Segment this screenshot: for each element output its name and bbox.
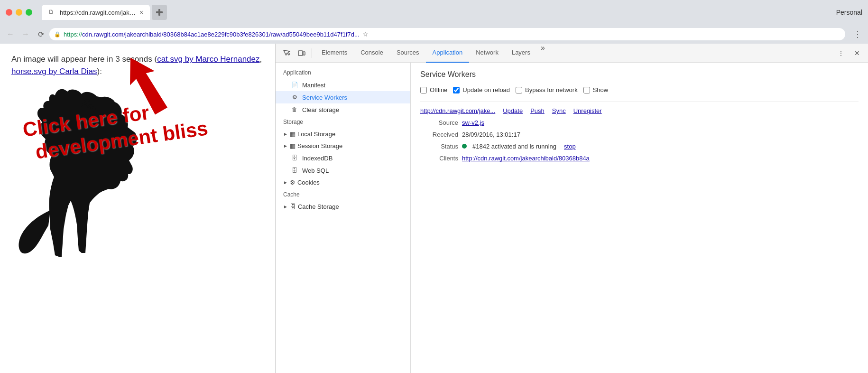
tab-elements[interactable]: Elements xyxy=(315,44,354,63)
address-url: https://cdn.rawgit.com/jakearchibald/803… xyxy=(64,31,360,38)
sidebar-item-session-storage[interactable]: ► ▦ Session Storage xyxy=(276,140,410,152)
tab-title: https://cdn.rawgit.com/jakearcl xyxy=(60,9,136,16)
received-label: Received xyxy=(420,131,458,138)
bookmark-button[interactable]: ☆ xyxy=(362,30,369,38)
more-tabs-button[interactable]: » xyxy=(537,44,549,63)
tab-favicon: 🗋 xyxy=(48,9,56,16)
tab-sources[interactable]: Sources xyxy=(390,44,426,63)
back-button[interactable]: ← xyxy=(4,28,17,41)
toolbar-divider xyxy=(312,48,312,58)
devtools-sidebar: Application 📄 Manifest ⚙ Service Workers… xyxy=(276,63,411,373)
source-label: Source xyxy=(420,119,458,126)
tab-close-button[interactable]: × xyxy=(139,9,143,16)
indexeddb-icon: 🗄 xyxy=(291,154,298,162)
bypass-network-checkbox-label[interactable]: Bypass for network xyxy=(516,86,578,93)
profile-label: Personal xyxy=(836,9,862,16)
clients-value[interactable]: http://cdn.rawgit.com/jakearchibald/8036… xyxy=(462,155,590,162)
suffix-text: ): xyxy=(97,67,102,76)
application-section-label: Application xyxy=(276,66,410,79)
sw-push-link[interactable]: Push xyxy=(530,107,545,114)
cookies-chevron: ► xyxy=(283,180,288,185)
update-on-reload-label: Update on reload xyxy=(462,86,510,93)
maximize-button[interactable] xyxy=(26,9,32,16)
devtools-panel: Elements Console Sources Application Net… xyxy=(275,44,868,373)
forward-button[interactable]: → xyxy=(19,28,32,41)
active-tab[interactable]: 🗋 https://cdn.rawgit.com/jakearcl × xyxy=(42,5,150,20)
title-bar: 🗋 https://cdn.rawgit.com/jakearcl × Pers… xyxy=(0,0,868,25)
devtools-main-panel: Service Workers Offline Update on reload xyxy=(411,63,868,373)
cat-link[interactable]: cat.svg by Marco Hernandez xyxy=(157,55,259,64)
svg-rect-1 xyxy=(156,11,163,13)
sw-stop-link[interactable]: stop xyxy=(564,143,576,150)
cache-storage-chevron: ► xyxy=(283,204,288,209)
tab-console[interactable]: Console xyxy=(354,44,390,63)
cache-section-label: Cache xyxy=(276,188,410,201)
sw-source-row: Source sw-v2.js xyxy=(420,119,859,126)
received-value: 28/09/2016, 13:01:17 xyxy=(462,131,520,138)
tab-application[interactable]: Application xyxy=(426,44,470,63)
tab-network[interactable]: Network xyxy=(469,44,505,63)
session-storage-chevron: ► xyxy=(283,143,288,149)
sidebar-item-web-sql[interactable]: 🗄 Web SQL xyxy=(276,164,410,177)
update-on-reload-checkbox-label[interactable]: Update on reload xyxy=(453,86,510,93)
show-checkbox[interactable] xyxy=(583,87,590,93)
address-protocol: https:// xyxy=(64,31,82,38)
browser-menu-button[interactable]: ⋮ xyxy=(851,28,864,41)
indexeddb-label: IndexedDB xyxy=(302,155,332,162)
status-value: #1842 activated and is running xyxy=(472,143,556,150)
storage-section-label: Storage xyxy=(276,116,410,128)
clear-storage-icon: 🗑 xyxy=(291,106,298,113)
sidebar-item-cache-storage[interactable]: ► 🗄 Cache Storage xyxy=(276,201,410,213)
sw-unregister-link[interactable]: Unregister xyxy=(573,107,602,114)
sw-received-row: Received 28/09/2016, 13:01:17 xyxy=(420,131,859,138)
clients-label: Clients xyxy=(420,155,458,162)
update-on-reload-checkbox[interactable] xyxy=(453,87,460,93)
local-storage-icon: ▦ xyxy=(290,131,295,138)
manifest-label: Manifest xyxy=(302,82,325,89)
web-sql-label: Web SQL xyxy=(302,167,329,174)
sw-source-file[interactable]: sw-v2.js xyxy=(462,119,484,126)
sw-url-value[interactable]: http://cdn.rawgit.com/jake... xyxy=(420,107,495,114)
svg-rect-3 xyxy=(298,51,303,56)
sidebar-item-manifest[interactable]: 📄 Manifest xyxy=(276,79,410,91)
address-host: cdn.rawgit.com/jakearchibald/80368b84ac1… xyxy=(82,31,360,38)
reload-button[interactable]: ⟳ xyxy=(34,28,47,41)
sidebar-item-local-storage[interactable]: ► ▦ Local Storage xyxy=(276,128,410,140)
status-dot xyxy=(462,144,467,149)
inspect-element-button[interactable] xyxy=(279,46,294,60)
tab-layers[interactable]: Layers xyxy=(505,44,537,63)
offline-checkbox[interactable] xyxy=(420,87,427,93)
address-bar[interactable]: 🔒 https://cdn.rawgit.com/jakearchibald/8… xyxy=(49,28,845,40)
devtools-toolbar: Elements Console Sources Application Net… xyxy=(276,44,868,63)
offline-checkbox-label[interactable]: Offline xyxy=(420,86,447,93)
sidebar-item-indexeddb[interactable]: 🗄 IndexedDB xyxy=(276,152,410,164)
service-worker-entry: http://cdn.rawgit.com/jake... Update Pus… xyxy=(420,101,859,162)
intro-text: An image will appear here in 3 seconds ( xyxy=(11,55,157,64)
sw-clients-row: Clients http://cdn.rawgit.com/jakearchib… xyxy=(420,155,859,162)
devtools-options-button[interactable]: ⋮ xyxy=(834,46,848,60)
device-toggle-button[interactable] xyxy=(295,46,309,60)
sw-sync-link[interactable]: Sync xyxy=(552,107,566,114)
clear-storage-label: Clear storage xyxy=(302,106,339,113)
sidebar-item-clear-storage[interactable]: 🗑 Clear storage xyxy=(276,103,410,116)
lock-icon: 🔒 xyxy=(54,31,61,37)
session-storage-icon: ▦ xyxy=(290,142,295,149)
bypass-network-label: Bypass for network xyxy=(525,86,578,93)
devtools-body: Application 📄 Manifest ⚙ Service Workers… xyxy=(276,63,868,373)
new-tab-button[interactable] xyxy=(152,5,167,20)
bypass-network-checkbox[interactable] xyxy=(516,87,522,93)
sw-update-link[interactable]: Update xyxy=(503,107,523,114)
devtools-close-button[interactable]: ✕ xyxy=(850,46,864,60)
sidebar-item-service-workers[interactable]: ⚙ Service Workers xyxy=(276,91,410,103)
devtools-close-area: ⋮ ✕ xyxy=(834,46,864,60)
minimize-button[interactable] xyxy=(16,9,22,16)
local-storage-label: Local Storage xyxy=(297,131,335,138)
close-button[interactable] xyxy=(6,9,12,16)
sw-status-row: Status #1842 activated and is running st… xyxy=(420,143,859,150)
svg-rect-4 xyxy=(303,52,305,55)
browser-window: 🗋 https://cdn.rawgit.com/jakearcl × Pers… xyxy=(0,0,868,373)
sidebar-item-cookies[interactable]: ► ⚙ Cookies xyxy=(276,177,410,188)
cookies-icon: ⚙ xyxy=(290,179,295,186)
horse-link[interactable]: horse.svg by Carla Dias xyxy=(11,67,97,76)
show-checkbox-label[interactable]: Show xyxy=(583,86,609,93)
